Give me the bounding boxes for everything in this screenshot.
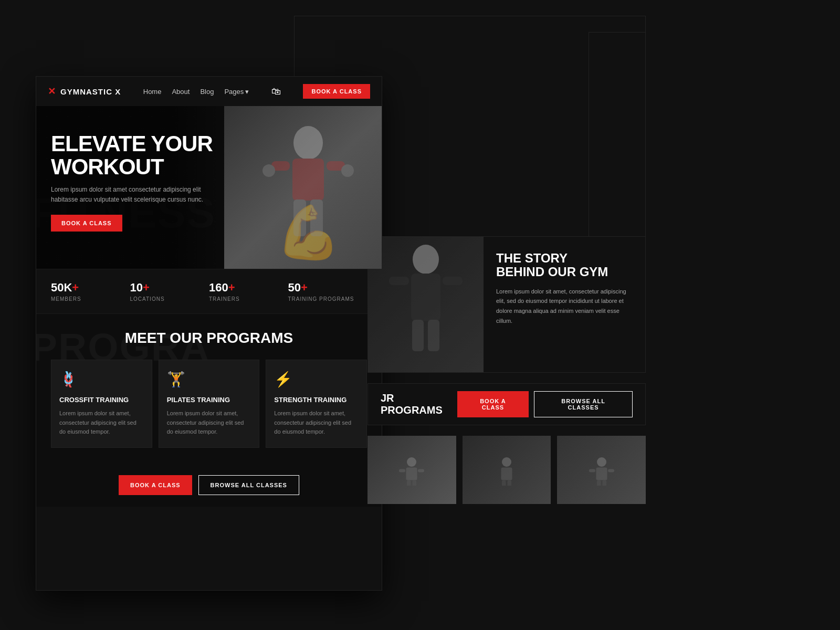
athlete-image <box>224 106 382 269</box>
stat-programs-plus: + <box>301 281 308 294</box>
front-hero: FITNESS ELEVATE YOUR WORKOUT Lorem ipsum… <box>36 106 382 269</box>
crossfit-desc: Lorem ipsum dolor sit amet, consectetur … <box>59 409 144 437</box>
story-card: THE STORY BEHIND OUR GYM Lorem ipsum dol… <box>368 236 646 373</box>
svg-rect-23 <box>508 480 512 486</box>
svg-rect-12 <box>412 320 424 351</box>
class-image-cards <box>368 436 646 504</box>
promo-book-btn[interactable]: BOOK A CLASS <box>457 391 529 417</box>
stats-bar: 50K+ MEMBERS 10+ LOCATIONS 160+ TRAINERS… <box>36 269 382 314</box>
svg-rect-21 <box>501 468 512 480</box>
svg-rect-1 <box>292 159 324 201</box>
front-logo-icon: ✕ <box>48 86 56 97</box>
crossfit-icon: 🪢 <box>59 371 144 388</box>
stat-programs-num: 50 <box>288 281 301 294</box>
front-brand-name: GYMNASTIC X <box>60 87 121 96</box>
strength-icon: ⚡ <box>274 371 359 388</box>
program-cards: 🪢 CROSSFIT TRAINING Lorem ipsum dolor si… <box>51 360 367 448</box>
promo-buttons: BOOK A CLASS BROWSE ALL CLASSES <box>457 391 633 417</box>
stat-programs-label: TRAINING PROGRAMS <box>288 296 362 302</box>
front-nav: ✕ GYMNASTIC X Home About Blog Pages ▾ 🛍 … <box>36 77 382 106</box>
promo-browse-btn[interactable]: BROWSE ALL CLASSES <box>534 391 633 417</box>
svg-point-20 <box>502 457 511 467</box>
bottom-browse-btn[interactable]: BROWSE ALL CLASSES <box>198 475 299 495</box>
svg-rect-16 <box>399 469 405 472</box>
hero-description: Lorem ipsum dolor sit amet consectetur a… <box>51 185 208 205</box>
svg-rect-18 <box>407 480 411 486</box>
svg-rect-5 <box>310 200 323 236</box>
stat-locations-label: LOCATIONS <box>130 296 204 302</box>
svg-rect-19 <box>413 480 417 486</box>
stat-members: 50K+ MEMBERS <box>51 281 130 302</box>
program-card-pilates: 🏋 PILATES TRAINING Lorem ipsum dolor sit… <box>159 360 260 448</box>
svg-rect-17 <box>418 469 424 472</box>
svg-rect-11 <box>443 277 463 285</box>
back-info-bar: CONTACT contact@gymnastic.com (323) 238 … <box>589 32 646 257</box>
front-nav-blog[interactable]: Blog <box>200 88 214 96</box>
stat-programs: 50+ TRAINING PROGRAMS <box>288 281 368 302</box>
stat-locations-plus: + <box>143 281 150 294</box>
svg-point-24 <box>597 457 606 467</box>
front-cart-icon[interactable]: 🛍 <box>271 86 281 97</box>
pilates-icon: 🏋 <box>167 371 251 388</box>
story-content: THE STORY BEHIND OUR GYM Lorem ipsum dol… <box>484 237 645 372</box>
front-card-window: ✕ GYMNASTIC X Home About Blog Pages ▾ 🛍 … <box>36 76 382 591</box>
pilates-desc: Lorem ipsum dolor sit amet, consectetur … <box>167 409 251 437</box>
svg-rect-4 <box>293 200 306 236</box>
class-card-3 <box>557 436 646 504</box>
svg-rect-27 <box>608 469 614 472</box>
strength-desc: Lorem ipsum dolor sit amet, consectetur … <box>274 409 359 437</box>
front-nav-about[interactable]: About <box>172 88 190 96</box>
story-image <box>368 237 484 372</box>
class-card-2-img <box>463 436 551 504</box>
svg-rect-13 <box>428 320 439 351</box>
hero-book-btn[interactable]: BOOK A CLASS <box>51 215 122 232</box>
pilates-title: PILATES TRAINING <box>167 396 251 404</box>
front-nav-links: Home About Blog Pages ▾ <box>143 88 249 96</box>
stat-locations: 10+ LOCATIONS <box>130 281 209 302</box>
front-logo: ✕ GYMNASTIC X <box>48 86 121 97</box>
svg-rect-22 <box>502 480 506 486</box>
svg-rect-10 <box>389 277 409 285</box>
bottom-cta-bar: BOOK A CLASS BROWSE ALL CLASSES <box>36 464 382 507</box>
programs-title: MEET OUR PROGRAMS <box>51 330 367 346</box>
class-card-1-img <box>368 436 456 504</box>
stat-trainers-label: TRAINERS <box>209 296 283 302</box>
chevron-down-icon: ▾ <box>245 88 249 96</box>
hero-title-line2: WORKOUT <box>51 154 164 179</box>
class-card-3-img <box>557 436 646 504</box>
crossfit-title: CROSSFIT TRAINING <box>59 396 144 404</box>
hero-title-line1: ELEVATE YOUR <box>51 131 213 156</box>
stat-trainers: 160+ TRAINERS <box>209 281 288 302</box>
stat-members-label: MEMBERS <box>51 296 125 302</box>
bottom-book-btn[interactable]: BOOK A CLASS <box>119 475 192 495</box>
stat-trainers-num: 160 <box>209 281 228 294</box>
svg-rect-25 <box>596 468 607 480</box>
promo-title: JR PROGRAMS <box>381 392 457 416</box>
front-nav-pages[interactable]: Pages ▾ <box>224 88 249 96</box>
svg-point-8 <box>413 245 439 274</box>
svg-point-14 <box>407 457 416 467</box>
athlete-image-inner <box>224 106 382 269</box>
front-nav-home[interactable]: Home <box>143 88 162 96</box>
class-card-1 <box>368 436 456 504</box>
svg-rect-28 <box>597 480 601 486</box>
front-nav-book-btn[interactable]: BOOK A CLASS <box>303 84 370 99</box>
programs-section: PROGRA MEET OUR PROGRAMS 🪢 CROSSFIT TRAI… <box>36 314 382 464</box>
stat-trainers-plus: + <box>228 281 235 294</box>
story-description: Lorem ipsum dolor sit amet, consectetur … <box>496 287 633 326</box>
stat-locations-num: 10 <box>130 281 143 294</box>
svg-rect-26 <box>589 469 595 472</box>
programs-header: MEET OUR PROGRAMS <box>51 330 367 346</box>
promo-bar: JR PROGRAMS BOOK A CLASS BROWSE ALL CLAS… <box>368 383 646 425</box>
svg-point-7 <box>341 164 354 177</box>
stat-members-num: 50K <box>51 281 72 294</box>
svg-rect-9 <box>411 274 440 321</box>
program-card-crossfit: 🪢 CROSSFIT TRAINING Lorem ipsum dolor si… <box>51 360 152 448</box>
svg-point-6 <box>262 164 275 177</box>
story-title: THE STORY BEHIND OUR GYM <box>496 251 633 279</box>
stat-members-plus: + <box>72 281 79 294</box>
svg-rect-29 <box>602 480 606 486</box>
class-card-2 <box>463 436 551 504</box>
program-card-strength: ⚡ STRENGTH TRAINING Lorem ipsum dolor si… <box>266 360 367 448</box>
svg-rect-15 <box>406 468 417 480</box>
